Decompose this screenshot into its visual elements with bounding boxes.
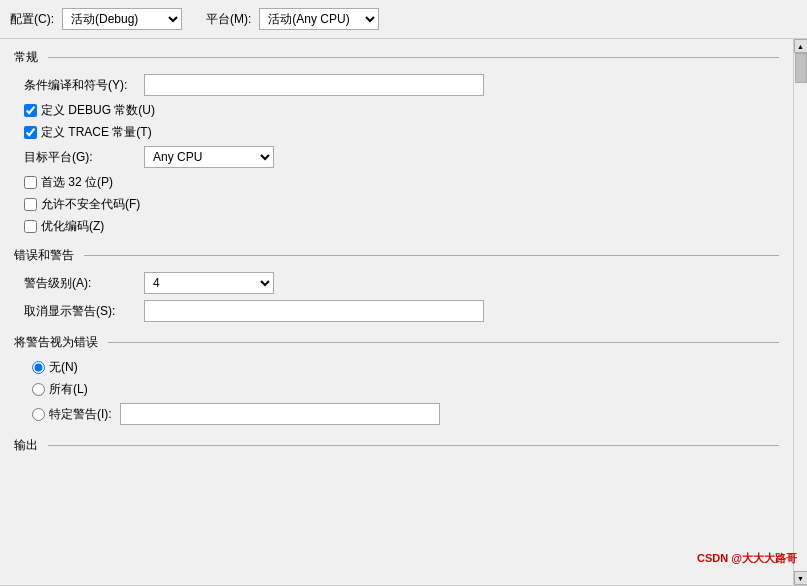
radio-none[interactable] [32,361,45,374]
warning-level-row: 警告级别(A): 4 0 1 2 3 [14,272,779,294]
warning-level-label: 警告级别(A): [24,275,144,292]
scroll-down-btn[interactable]: ▼ [794,571,808,585]
radio-all-row: 所有(L) [14,381,779,398]
debug-checkbox[interactable] [24,104,37,117]
radio-none-row: 无(N) [14,359,779,376]
main-content: 常规 条件编译和符号(Y): 定义 DEBUG 常数(U) 定义 TRACE 常… [0,39,807,585]
section-treat-warnings-title: 将警告视为错误 [14,334,779,351]
optimize-label: 优化编码(Z) [41,218,104,235]
unsafe-label: 允许不安全代码(F) [41,196,140,213]
target-platform-select[interactable]: Any CPU x86 x64 Itanium [144,146,274,168]
scrollbar-right: ▲ ▼ [793,39,807,585]
unsafe-row: 允许不安全代码(F) [14,196,779,213]
debug-checkbox-label: 定义 DEBUG 常数(U) [41,102,155,119]
section-treat-warnings: 将警告视为错误 无(N) 所有(L) 特定警告(I): [14,334,779,425]
scroll-track[interactable] [794,53,808,571]
optimize-row: 优化编码(Z) [14,218,779,235]
suppress-row: 取消显示警告(S): [14,300,779,322]
radio-none-label: 无(N) [49,359,78,376]
section-errors: 错误和警告 警告级别(A): 4 0 1 2 3 取消显示警告(S): [14,247,779,322]
trace-checkbox[interactable] [24,126,37,139]
radio-specific-row: 特定警告(I): [14,403,779,425]
target-platform-label: 目标平台(G): [24,149,144,166]
watermark: CSDN @大大大路哥 [697,551,797,566]
conditional-label: 条件编译和符号(Y): [24,77,144,94]
unsafe-checkbox[interactable] [24,198,37,211]
section-errors-title: 错误和警告 [14,247,779,264]
platform-label: 平台(M): [206,11,251,28]
suppress-input[interactable] [144,300,484,322]
config-label: 配置(C): [10,11,54,28]
prefer32-row: 首选 32 位(P) [14,174,779,191]
prefer32-label: 首选 32 位(P) [41,174,113,191]
section-output-title: 输出 [14,437,779,454]
optimize-checkbox[interactable] [24,220,37,233]
scroll-area[interactable]: 常规 条件编译和符号(Y): 定义 DEBUG 常数(U) 定义 TRACE 常… [0,39,793,585]
prefer32-checkbox[interactable] [24,176,37,189]
section-general-title: 常规 [14,49,779,66]
trace-checkbox-label: 定义 TRACE 常量(T) [41,124,152,141]
config-select[interactable]: 活动(Debug) Debug Release 所有配置 [62,8,182,30]
section-general: 常规 条件编译和符号(Y): 定义 DEBUG 常数(U) 定义 TRACE 常… [14,49,779,235]
scroll-up-btn[interactable]: ▲ [794,39,808,53]
radio-specific-label: 特定警告(I): [49,406,112,423]
conditional-input[interactable] [144,74,484,96]
scroll-thumb[interactable] [795,53,807,83]
radio-specific[interactable] [32,408,45,421]
debug-checkbox-row: 定义 DEBUG 常数(U) [14,102,779,119]
platform-select[interactable]: 活动(Any CPU) Any CPU x86 x64 [259,8,379,30]
warning-level-select[interactable]: 4 0 1 2 3 [144,272,274,294]
trace-checkbox-row: 定义 TRACE 常量(T) [14,124,779,141]
section-output: 输出 [14,437,779,454]
conditional-row: 条件编译和符号(Y): [14,74,779,96]
radio-all[interactable] [32,383,45,396]
suppress-label: 取消显示警告(S): [24,303,144,320]
radio-all-label: 所有(L) [49,381,88,398]
specific-warnings-input[interactable] [120,403,440,425]
target-platform-row: 目标平台(G): Any CPU x86 x64 Itanium [14,146,779,168]
top-bar: 配置(C): 活动(Debug) Debug Release 所有配置 平台(M… [0,0,807,39]
